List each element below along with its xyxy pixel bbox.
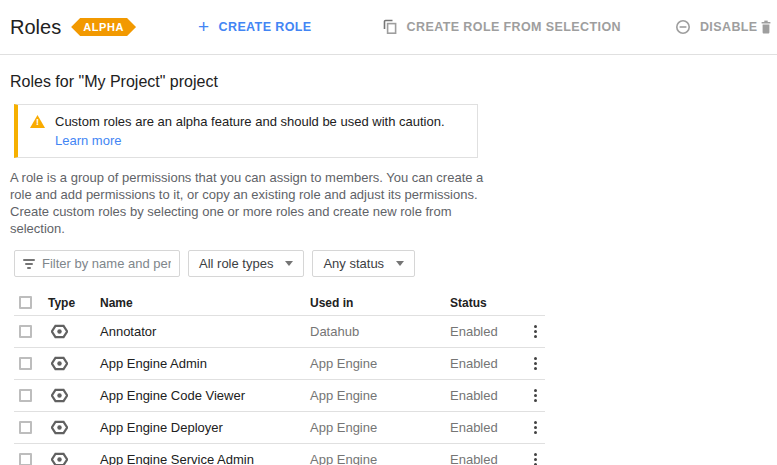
role-type-selected: All role types — [199, 256, 273, 271]
status-selected: Any status — [323, 256, 384, 271]
roles-table: Type Name Used in Status Annotator Datah… — [14, 290, 545, 465]
role-name: App Engine Admin — [100, 356, 310, 371]
filter-bar: All role types Any status — [14, 250, 777, 277]
create-role-from-selection-button[interactable]: CREATE ROLE FROM SELECTION — [382, 19, 621, 35]
header-status: Status — [450, 296, 525, 310]
filter-input-container — [14, 250, 180, 277]
caret-down-icon — [396, 261, 404, 266]
role-status: Enabled — [450, 452, 525, 465]
status-dropdown[interactable]: Any status — [312, 250, 415, 277]
row-checkbox[interactable] — [19, 357, 32, 370]
role-used-in: App Engine — [310, 452, 450, 465]
row-menu-button[interactable] — [532, 323, 539, 340]
row-checkbox[interactable] — [19, 389, 32, 402]
role-used-in: App Engine — [310, 420, 450, 435]
create-role-label: CREATE ROLE — [219, 20, 312, 34]
row-checkbox[interactable] — [19, 421, 32, 434]
role-used-in: App Engine — [310, 388, 450, 403]
learn-more-link[interactable]: Learn more — [55, 131, 445, 150]
table-header-row: Type Name Used in Status — [14, 290, 545, 316]
role-type-icon — [51, 355, 68, 372]
warning-text: Custom roles are an alpha feature and sh… — [55, 114, 445, 129]
caret-down-icon — [285, 261, 293, 266]
role-status: Enabled — [450, 388, 525, 403]
copy-icon — [382, 19, 398, 35]
disable-label: DISABLE — [700, 20, 758, 34]
table-row[interactable]: App Engine Code Viewer App Engine Enable… — [14, 380, 545, 412]
roles-description: A role is a group of permissions that yo… — [10, 169, 490, 237]
roles-page: Roles for "My Project" project Custom ro… — [0, 73, 777, 465]
header-used-in: Used in — [310, 296, 450, 310]
role-type-icon — [51, 419, 68, 436]
table-row[interactable]: App Engine Service Admin App Engine Enab… — [14, 444, 545, 465]
disable-button[interactable]: DISABLE — [675, 19, 758, 35]
trash-icon — [758, 19, 774, 35]
page-title: Roles — [10, 16, 61, 39]
circle-minus-icon — [675, 19, 691, 35]
filter-input[interactable] — [42, 256, 171, 271]
filter-funnel-icon — [23, 259, 35, 269]
table-row[interactable]: Annotator Datahub Enabled — [14, 316, 545, 348]
row-menu-button[interactable] — [532, 419, 539, 436]
row-checkbox[interactable] — [19, 453, 32, 465]
create-role-button[interactable]: + CREATE ROLE — [198, 19, 312, 35]
header-type: Type — [48, 296, 100, 310]
delete-button[interactable]: DELETE — [758, 19, 777, 35]
table-row[interactable]: App Engine Deployer App Engine Enabled — [14, 412, 545, 444]
role-name: App Engine Deployer — [100, 420, 310, 435]
alpha-warning-banner: Custom roles are an alpha feature and sh… — [14, 104, 478, 158]
role-status: Enabled — [450, 356, 525, 371]
page-heading: Roles for "My Project" project — [10, 73, 777, 91]
toolbar: Roles ALPHA + CREATE ROLE CREATE ROLE FR… — [0, 0, 777, 55]
row-checkbox[interactable] — [19, 325, 32, 338]
role-type-icon — [51, 451, 68, 465]
role-name: Annotator — [100, 324, 310, 339]
role-used-in: Datahub — [310, 324, 450, 339]
create-role-from-selection-label: CREATE ROLE FROM SELECTION — [407, 20, 621, 34]
role-status: Enabled — [450, 324, 525, 339]
role-name: App Engine Service Admin — [100, 452, 310, 465]
header-name: Name — [100, 296, 310, 310]
warning-triangle-icon — [30, 115, 45, 128]
role-status: Enabled — [450, 420, 525, 435]
role-type-icon — [51, 387, 68, 404]
row-menu-button[interactable] — [532, 355, 539, 372]
role-used-in: App Engine — [310, 356, 450, 371]
role-name: App Engine Code Viewer — [100, 388, 310, 403]
alpha-badge: ALPHA — [71, 18, 136, 36]
table-row[interactable]: App Engine Admin App Engine Enabled — [14, 348, 545, 380]
plus-icon: + — [198, 19, 210, 35]
role-type-dropdown[interactable]: All role types — [188, 250, 304, 277]
row-menu-button[interactable] — [532, 387, 539, 404]
role-type-icon — [51, 323, 68, 340]
row-menu-button[interactable] — [532, 451, 539, 465]
select-all-checkbox[interactable] — [19, 296, 32, 309]
